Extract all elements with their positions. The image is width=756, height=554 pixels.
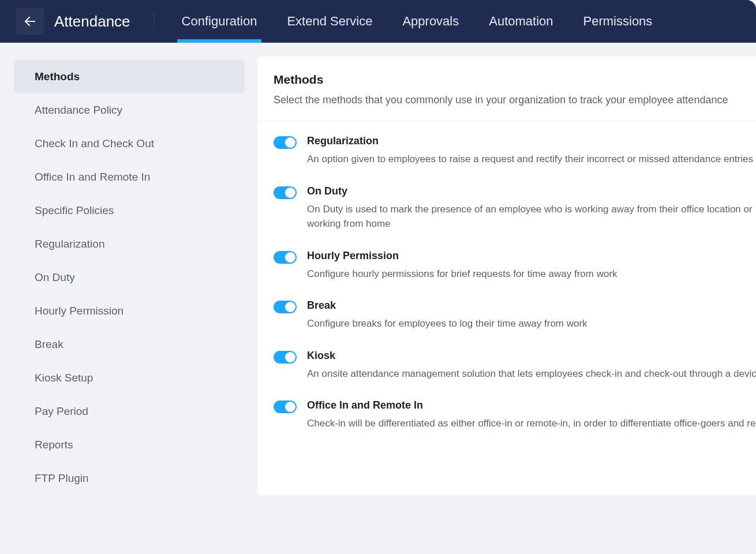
sidebar-item-break[interactable]: Break <box>14 328 245 361</box>
toggle-break[interactable] <box>274 301 297 313</box>
topnav-item-automation[interactable]: Automation <box>489 0 553 43</box>
body-wrap: MethodsAttendance PolicyCheck In and Che… <box>0 43 756 495</box>
topnav-item-permissions[interactable]: Permissions <box>583 0 653 43</box>
sidebar-item-specific-policies[interactable]: Specific Policies <box>14 194 245 227</box>
topnav: ConfigurationExtend ServiceApprovalsAuto… <box>182 0 653 43</box>
toggle-kiosk[interactable] <box>274 351 297 364</box>
method-text: KioskAn onsite attendance management sol… <box>307 350 756 381</box>
content-subtitle: Select the methods that you commonly use… <box>274 92 740 108</box>
topnav-item-extend-service[interactable]: Extend Service <box>287 0 372 43</box>
method-row-break: BreakConfigure breaks for employees to l… <box>274 300 756 331</box>
topnav-item-approvals[interactable]: Approvals <box>402 0 459 43</box>
sidebar-item-ftp-plugin[interactable]: FTP Plugin <box>14 462 245 495</box>
content-title: Methods <box>274 73 740 87</box>
method-row-on-duty: On DutyOn Duty is used to mark the prese… <box>274 185 756 231</box>
method-desc: Check-in will be differentiated as eithe… <box>307 416 756 431</box>
method-title: Kiosk <box>307 350 756 362</box>
method-text: BreakConfigure breaks for employees to l… <box>307 300 756 331</box>
method-text: RegularizationAn option given to employe… <box>307 135 756 167</box>
method-text: Hourly PermissionConfigure hourly permis… <box>307 250 756 282</box>
arrow-left-icon <box>23 14 37 28</box>
toggle-regularization[interactable] <box>274 136 297 149</box>
method-text: Office In and Remote InCheck-in will be … <box>307 399 756 431</box>
topnav-item-configuration[interactable]: Configuration <box>182 0 257 43</box>
topbar: Attendance ConfigurationExtend ServiceAp… <box>0 0 756 43</box>
method-desc: Configure hourly permissions for brief r… <box>307 267 756 282</box>
toggle-hourly-permission[interactable] <box>274 251 297 264</box>
method-title: Break <box>307 300 756 312</box>
method-desc: An option given to employees to raise a … <box>307 152 756 167</box>
method-desc: An onsite attendance management solution… <box>307 366 756 381</box>
sidebar-item-on-duty[interactable]: On Duty <box>14 261 245 294</box>
method-desc: Configure breaks for employees to log th… <box>307 316 756 331</box>
sidebar-item-check-in-and-check-out[interactable]: Check In and Check Out <box>14 127 245 160</box>
method-desc: On Duty is used to mark the presence of … <box>307 202 756 231</box>
sidebar: MethodsAttendance PolicyCheck In and Che… <box>14 57 245 495</box>
sidebar-item-attendance-policy[interactable]: Attendance Policy <box>14 93 245 127</box>
method-title: Office In and Remote In <box>307 399 756 411</box>
sidebar-item-pay-period[interactable]: Pay Period <box>14 395 245 428</box>
toggle-on-duty[interactable] <box>274 186 297 199</box>
sidebar-item-regularization[interactable]: Regularization <box>14 227 245 261</box>
method-text: On DutyOn Duty is used to mark the prese… <box>307 185 756 231</box>
page-title: Attendance <box>54 13 130 31</box>
method-row-office-in-and-remote-in: Office In and Remote InCheck-in will be … <box>274 399 756 431</box>
method-title: Hourly Permission <box>307 250 756 262</box>
method-row-regularization: RegularizationAn option given to employe… <box>274 135 756 167</box>
vertical-separator <box>154 13 154 30</box>
toggle-office-in-and-remote-in[interactable] <box>274 400 297 413</box>
method-title: Regularization <box>307 135 756 147</box>
sidebar-item-kiosk-setup[interactable]: Kiosk Setup <box>14 361 245 395</box>
method-title: On Duty <box>307 185 756 197</box>
sidebar-item-reports[interactable]: Reports <box>14 428 245 462</box>
back-button[interactable] <box>16 8 44 35</box>
content-card: Methods Select the methods that you comm… <box>257 57 756 495</box>
method-row-hourly-permission: Hourly PermissionConfigure hourly permis… <box>274 250 756 282</box>
methods-list: RegularizationAn option given to employe… <box>257 121 756 431</box>
sidebar-item-office-in-and-remote-in[interactable]: Office In and Remote In <box>14 160 245 194</box>
content-header: Methods Select the methods that you comm… <box>257 73 756 121</box>
sidebar-item-hourly-permission[interactable]: Hourly Permission <box>14 294 245 328</box>
method-row-kiosk: KioskAn onsite attendance management sol… <box>274 350 756 381</box>
sidebar-item-methods[interactable]: Methods <box>14 60 245 93</box>
